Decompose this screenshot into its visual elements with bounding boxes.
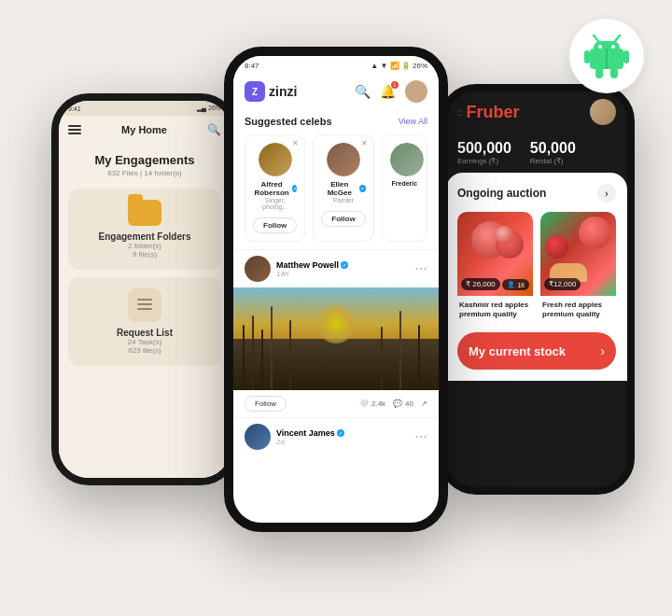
auction-items: ₹ 26,000 👤 18 Kashmir red apples premium… xyxy=(457,212,616,323)
folder-card-sub2: 9 file(s) xyxy=(79,250,210,259)
ellen-verified: ✓ xyxy=(359,185,366,192)
likes-stat: 🤍 2.4k xyxy=(359,399,385,408)
celeb-close-alfred[interactable]: ✕ xyxy=(292,139,299,147)
phone-center: 8:47 ▲ ▼ 📶 🔋 26% Z zinzi 🔍 🔔 1 Suggested… xyxy=(224,47,448,532)
share-icon[interactable]: ↗ xyxy=(421,399,427,408)
current-stock-arrow: › xyxy=(600,343,605,358)
item1-name: Kashmir red apples premium quality xyxy=(459,301,531,318)
phone-left: 9:41 ▂▄ 26% My Home 🔍 My Engagements 632… xyxy=(51,93,238,485)
heart-icon: 🤍 xyxy=(359,399,369,408)
frederic-avatar xyxy=(390,143,424,176)
svg-rect-8 xyxy=(595,67,603,78)
comment-icon: 💬 xyxy=(393,399,402,408)
engagements-title: My Engagements xyxy=(68,153,221,167)
vincent-username: Vincent James ✓ xyxy=(276,428,344,438)
vincent-more-icon[interactable]: ⋯ xyxy=(414,429,427,444)
svg-line-5 xyxy=(615,35,620,41)
left-title: My Home xyxy=(121,124,167,135)
svg-rect-13 xyxy=(137,308,152,310)
post-stats: 🤍 2.4k 💬 40 ↗ xyxy=(359,399,427,408)
likes-count: 2.4k xyxy=(371,399,385,408)
apple-img-1: ₹ 26,000 👤 18 xyxy=(457,212,533,296)
item2-name: Fresh red apples premium quality xyxy=(542,301,614,318)
left-header: My Home 🔍 xyxy=(59,116,231,144)
matthew-avatar xyxy=(245,256,271,282)
svg-rect-11 xyxy=(137,299,152,301)
current-stock-label: My current stock xyxy=(469,344,566,358)
zinzi-text: zinzi xyxy=(269,84,297,99)
center-status-bar: 8:47 ▲ ▼ 📶 🔋 26% xyxy=(233,56,439,75)
fruber-earnings-stat: 500,000 Earnings (₹) xyxy=(457,140,511,165)
matthew-post-image xyxy=(233,287,439,390)
list-card-sub2: 623 file(s) xyxy=(79,346,210,355)
view-all-link[interactable]: View All xyxy=(399,117,427,126)
svg-line-4 xyxy=(594,35,598,41)
vincent-post: Vincent James ✓ 2d ⋯ xyxy=(233,417,439,455)
list-card-sub1: 24 Task(s) xyxy=(79,338,210,346)
folder-card-title: Engagement Folders xyxy=(79,231,210,242)
folder-card-sub1: 2 folder(s) xyxy=(79,242,210,250)
svg-rect-7 xyxy=(623,50,629,63)
left-content: My Engagements 632 Files | 14 folder(s) … xyxy=(59,144,231,485)
zinzi-icon: Z xyxy=(245,81,265,102)
android-badge xyxy=(569,19,644,93)
fruber-rental-value: 50,000 xyxy=(530,140,576,157)
zinzi-actions: 🔍 🔔 1 xyxy=(355,80,427,103)
fruber-rental-stat: 50,000 Rental (₹) xyxy=(530,140,576,165)
matthew-time: 14h xyxy=(276,270,348,278)
auction-item-1[interactable]: ₹ 26,000 👤 18 Kashmir red apples premium… xyxy=(457,212,533,323)
item2-price: ₹12,000 xyxy=(544,278,581,290)
left-battery: ▂▄ 26% xyxy=(197,105,221,112)
fruber-header: :: Fruber xyxy=(446,91,627,133)
item1-price: ₹ 26,000 xyxy=(461,278,500,290)
matthew-more-icon[interactable]: ⋯ xyxy=(414,261,427,276)
current-stock-button[interactable]: My current stock › xyxy=(457,332,616,370)
fruber-avatar[interactable] xyxy=(590,99,616,125)
matthew-follow-button[interactable]: Follow xyxy=(245,396,287,412)
left-status-bar: 9:41 ▂▄ 26% xyxy=(59,101,231,116)
matthew-username: Matthew Powell ✓ xyxy=(276,260,348,270)
zinzi-logo: Z zinzi xyxy=(245,81,297,102)
vincent-post-header: Vincent James ✓ 2d ⋯ xyxy=(233,418,439,455)
ellen-name: Ellen McGee ✓ xyxy=(321,180,365,197)
suggested-header: Suggested celebs View All xyxy=(245,116,427,127)
matthew-post: Matthew Powell ✓ 14h ⋯ xyxy=(233,249,439,417)
matthew-post-actions: Follow 🤍 2.4k 💬 40 ↗ xyxy=(233,390,439,417)
zinzi-bell-icon[interactable]: 🔔 1 xyxy=(380,84,396,99)
phones-container: 9:41 ▂▄ 26% My Home 🔍 My Engagements 632… xyxy=(0,0,672,616)
list-card[interactable]: Request List 24 Task(s) 623 file(s) xyxy=(68,277,221,366)
auction-title: Ongoing auction xyxy=(457,187,546,200)
matthew-post-header: Matthew Powell ✓ 14h ⋯ xyxy=(233,250,439,287)
fruber-dots: :: xyxy=(457,107,463,118)
left-search-icon[interactable]: 🔍 xyxy=(207,123,221,136)
auction-item-2[interactable]: ₹12,000 Fresh red apples premium quality xyxy=(540,212,616,323)
matthew-verified: ✓ xyxy=(341,261,348,269)
celeb-card-frederic: Frederic xyxy=(382,134,427,242)
item1-users: 👤 18 xyxy=(502,279,529,290)
item1-info: Kashmir red apples premium quality xyxy=(457,296,533,323)
zinzi-avatar[interactable] xyxy=(405,80,427,103)
hamburger-icon[interactable] xyxy=(68,125,81,134)
ellen-avatar xyxy=(327,143,360,176)
alfred-verified: ✓ xyxy=(292,185,297,192)
zinzi-search-icon[interactable]: 🔍 xyxy=(355,84,371,99)
ellen-follow-button[interactable]: Follow xyxy=(321,211,365,227)
auction-arrow[interactable]: › xyxy=(597,184,616,203)
vincent-avatar xyxy=(245,424,271,450)
item2-info: Fresh red apples premium quality xyxy=(540,296,616,323)
post-image-overlay xyxy=(233,287,439,390)
alfred-follow-button[interactable]: Follow xyxy=(253,217,297,233)
list-icon xyxy=(128,288,161,322)
auction-header: Ongoing auction › xyxy=(457,184,616,203)
comments-count: 40 xyxy=(405,399,413,408)
svg-rect-9 xyxy=(610,67,618,78)
suggested-section: Suggested celebs View All ✕ Alfred Rober… xyxy=(233,108,439,249)
left-time: 9:41 xyxy=(68,105,81,112)
comments-stat: 💬 40 xyxy=(393,399,413,408)
alfred-desc: Singer, photog... xyxy=(253,197,297,210)
celeb-close-ellen[interactable]: ✕ xyxy=(361,139,368,147)
phone-right: :: Fruber 500,000 Earnings (₹) 50,000 Re… xyxy=(439,84,635,495)
fruber-logo: Fruber xyxy=(467,103,520,122)
folder-card[interactable]: Engagement Folders 2 folder(s) 9 file(s) xyxy=(68,189,221,270)
center-battery: ▲ ▼ 📶 🔋 26% xyxy=(371,62,427,70)
